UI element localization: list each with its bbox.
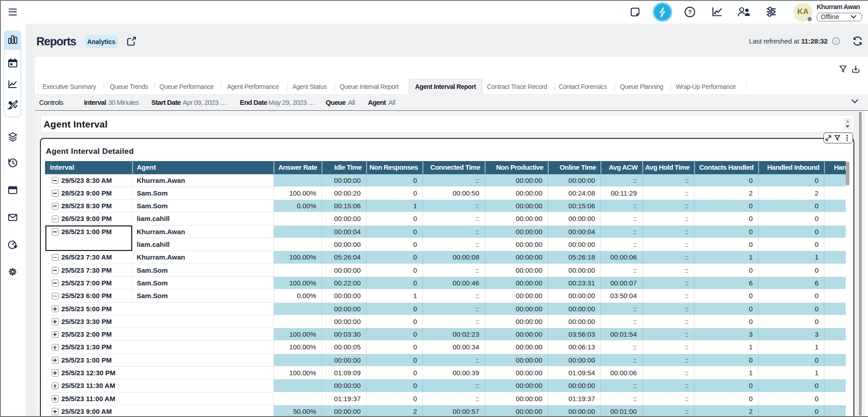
svg-text:?: ? (688, 9, 692, 15)
svg-text:i: i (835, 38, 837, 44)
